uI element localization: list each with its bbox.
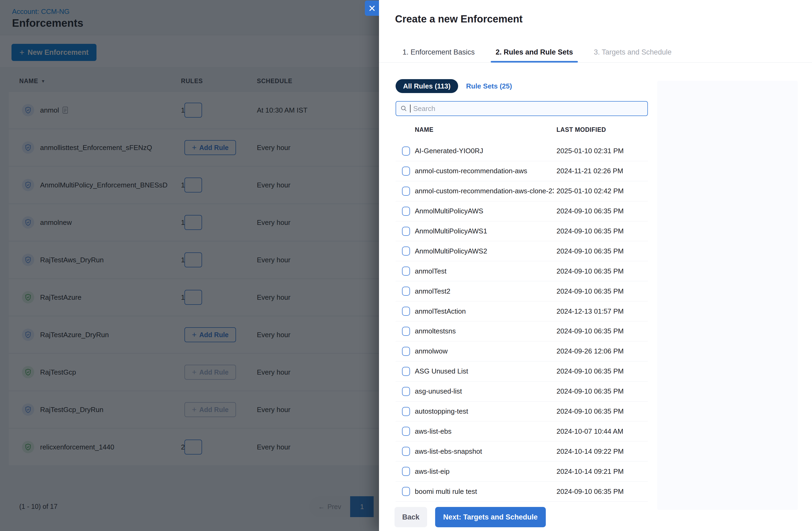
rule-name: anmoltestsns xyxy=(415,321,554,341)
rule-last-modified: 2024-09-10 06:35 PM xyxy=(556,361,624,381)
rule-last-modified: 2024-09-10 06:35 PM xyxy=(556,281,624,301)
rule-checkbox[interactable] xyxy=(402,287,410,296)
rule-checkbox[interactable] xyxy=(402,146,410,156)
modal-footer: Back Next: Targets and Schedule xyxy=(394,507,546,527)
rule-list-item[interactable]: AnmolMultiPolicyAWS1 2024-09-10 06:35 PM xyxy=(395,221,648,241)
rule-last-modified: 2024-10-07 10:44 AM xyxy=(556,421,623,441)
rule-last-modified: 2024-09-10 06:35 PM xyxy=(556,201,624,221)
rule-checkbox[interactable] xyxy=(402,347,410,356)
rule-list-item[interactable]: anmol-custom-recommendation-aws 2024-11-… xyxy=(395,161,648,181)
tab-rules-and-rule-sets[interactable]: 2. Rules and Rule Sets xyxy=(491,42,578,62)
rule-sets-filter[interactable]: Rule Sets (25) xyxy=(466,82,512,90)
rule-last-modified: 2024-09-10 06:35 PM xyxy=(556,221,624,241)
rule-list-item[interactable]: anmolwow 2024-09-26 12:06 PM xyxy=(395,342,648,361)
rule-name: aws-list-ebs xyxy=(415,421,554,441)
rule-last-modified: 2024-09-26 12:06 PM xyxy=(556,342,624,361)
rule-list-item[interactable]: AnmolMultiPolicyAWS 2024-09-10 06:35 PM xyxy=(395,201,648,221)
rule-name: autostopping-test xyxy=(415,402,554,421)
all-rules-filter[interactable]: All Rules (113) xyxy=(395,79,458,93)
rule-last-modified: 2024-09-10 06:35 PM xyxy=(556,482,624,501)
rule-last-modified: 2025-01-10 02:42 PM xyxy=(556,181,624,201)
rule-list-item[interactable]: aws-list-ebs 2024-10-07 10:44 AM xyxy=(395,421,648,442)
rule-checkbox[interactable] xyxy=(402,307,410,316)
search-icon xyxy=(401,105,407,112)
rule-checkbox[interactable] xyxy=(402,447,410,456)
rule-last-modified: 2024-09-10 06:35 PM xyxy=(556,321,624,341)
rule-name: ASG Unused List xyxy=(415,361,554,381)
rule-last-modified: 2024-10-14 09:21 PM xyxy=(556,461,624,481)
text-cursor xyxy=(410,104,410,113)
rule-name: anmolTest2 xyxy=(415,281,554,301)
rules-list: AI-Generated-YIO0RJ 2025-01-10 02:31 PM … xyxy=(395,141,648,502)
rule-name: AI-Generated-YIO0RJ xyxy=(415,141,554,161)
rule-checkbox[interactable] xyxy=(402,246,410,256)
close-button[interactable] xyxy=(365,1,379,16)
rule-checkbox[interactable] xyxy=(402,427,410,436)
rule-name: anmolwow xyxy=(415,342,554,361)
rule-name: aws-list-eip xyxy=(415,461,554,481)
back-button[interactable]: Back xyxy=(394,507,427,527)
rule-name: anmolTestAction xyxy=(415,301,554,321)
rules-column-header-name: NAME xyxy=(415,126,434,133)
tab-enforcement-basics[interactable]: 1. Enforcement Basics xyxy=(398,42,479,62)
rule-name: asg-unused-list xyxy=(415,382,554,401)
rule-checkbox[interactable] xyxy=(402,207,410,216)
rule-list-item[interactable]: boomi multi rule test 2024-09-10 06:35 P… xyxy=(395,482,648,502)
close-icon xyxy=(368,5,376,12)
modal-title: Create a new Enforcement xyxy=(395,13,523,25)
rule-name: anmolTest xyxy=(415,261,554,281)
tab-targets-and-schedule[interactable]: 3. Targets and Schedule xyxy=(589,42,677,62)
rule-last-modified: 2024-09-10 06:35 PM xyxy=(556,402,624,421)
rule-name: AnmolMultiPolicyAWS xyxy=(415,201,554,221)
rule-checkbox[interactable] xyxy=(402,267,410,276)
rule-last-modified: 2024-09-10 06:35 PM xyxy=(556,261,624,281)
rule-checkbox[interactable] xyxy=(402,327,410,336)
rule-list-item[interactable]: anmolTest 2024-09-10 06:35 PM xyxy=(395,261,648,281)
rule-last-modified: 2024-12-13 01:57 PM xyxy=(556,301,624,321)
rule-checkbox[interactable] xyxy=(402,467,410,476)
search-input[interactable]: Search xyxy=(395,101,648,116)
rule-name: AnmolMultiPolicyAWS1 xyxy=(415,221,554,241)
rule-last-modified: 2025-01-10 02:31 PM xyxy=(556,141,624,161)
rule-checkbox[interactable] xyxy=(402,187,410,196)
rule-filters: All Rules (113) Rule Sets (25) xyxy=(395,79,512,93)
rule-list-item[interactable]: autostopping-test 2024-09-10 06:35 PM xyxy=(395,402,648,422)
next-targets-schedule-button[interactable]: Next: Targets and Schedule xyxy=(435,507,546,527)
rule-list-item[interactable]: anmolTest2 2024-09-10 06:35 PM xyxy=(395,281,648,301)
rule-last-modified: 2024-09-10 06:35 PM xyxy=(556,382,624,401)
rule-checkbox[interactable] xyxy=(402,387,410,396)
create-enforcement-modal: Create a new Enforcement 1. Enforcement … xyxy=(379,0,812,531)
rule-checkbox[interactable] xyxy=(402,487,410,496)
rule-list-item[interactable]: anmol-custom-recommendation-aws-clone-23… xyxy=(395,181,648,201)
rule-last-modified: 2024-10-14 09:22 PM xyxy=(556,442,624,461)
rule-list-item[interactable]: AnmolMultiPolicyAWS2 2024-09-10 06:35 PM xyxy=(395,241,648,261)
search-placeholder: Search xyxy=(413,104,435,113)
rule-list-item[interactable]: asg-unused-list 2024-09-10 06:35 PM xyxy=(395,382,648,402)
rule-last-modified: 2024-11-21 02:26 PM xyxy=(556,161,623,181)
rule-list-item[interactable]: ASG Unused List 2024-09-10 06:35 PM xyxy=(395,361,648,382)
rule-name: aws-list-ebs-snapshot xyxy=(415,442,554,461)
rule-checkbox[interactable] xyxy=(402,227,410,236)
rule-list-item[interactable]: aws-list-eip 2024-10-14 09:21 PM xyxy=(395,461,648,482)
rule-name: AnmolMultiPolicyAWS2 xyxy=(415,241,554,261)
rule-list-item[interactable]: aws-list-ebs-snapshot 2024-10-14 09:22 P… xyxy=(395,442,648,461)
rule-checkbox[interactable] xyxy=(402,407,410,416)
rule-list-item[interactable]: anmolTestAction 2024-12-13 01:57 PM xyxy=(395,301,648,321)
screen: Account: CCM-NG Enforcements + New Enfor… xyxy=(0,0,812,531)
rule-checkbox[interactable] xyxy=(402,367,410,376)
wizard-tabs: 1. Enforcement Basics 2. Rules and Rule … xyxy=(379,42,812,62)
rule-name: boomi multi rule test xyxy=(415,482,554,501)
rule-list-item[interactable]: anmoltestsns 2024-09-10 06:35 PM xyxy=(395,321,648,342)
rule-list-item[interactable]: AI-Generated-YIO0RJ 2025-01-10 02:31 PM xyxy=(395,141,648,161)
rules-column-header-last-modified: LAST MODIFIED xyxy=(556,126,606,133)
rule-name: anmol-custom-recommendation-aws xyxy=(415,161,554,181)
rule-name: anmol-custom-recommendation-aws-clone-23… xyxy=(415,181,554,201)
rule-checkbox[interactable] xyxy=(402,167,410,176)
selected-rules-panel xyxy=(657,81,798,510)
rule-last-modified: 2024-09-10 06:35 PM xyxy=(556,241,624,261)
